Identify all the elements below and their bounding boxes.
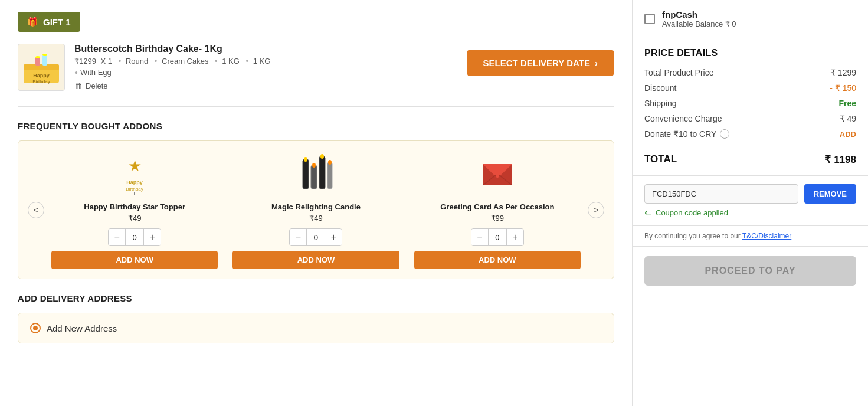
qty-minus-3[interactable]: −: [471, 229, 488, 245]
main-content: 🎁 GIFT 1 Happy Birthday Butterscotch B: [0, 0, 632, 406]
remove-coupon-button[interactable]: REMOVE: [804, 184, 856, 204]
price-row-discount: Discount - ₹ 150: [644, 83, 856, 93]
addon-item-3: Greeting Card As Per Occasion ₹99 − + AD…: [407, 150, 588, 269]
svg-point-6: [35, 56, 40, 58]
gift-icon: 🎁: [27, 17, 38, 27]
product-qty: X 1: [101, 57, 113, 66]
svg-text:Birthday: Birthday: [126, 186, 143, 192]
price-label-convenience: Convenience Charge: [644, 114, 722, 123]
qty-input-3[interactable]: [488, 229, 507, 245]
fnp-cash-checkbox[interactable]: [644, 14, 655, 24]
qty-plus-1[interactable]: +: [144, 229, 161, 245]
info-icon[interactable]: i: [720, 129, 729, 139]
addon-price-3: ₹99: [491, 214, 504, 222]
price-value-shipping: Free: [838, 99, 856, 108]
addons-section: FREQUENTLY BOUGHT ADDONS < ★ Happy Birth…: [18, 121, 614, 279]
donate-row: Donate ₹10 to CRY i ADD: [644, 129, 856, 139]
product-variant: ● With Egg: [74, 68, 457, 77]
add-address-box[interactable]: Add New Address: [18, 313, 614, 343]
select-delivery-button[interactable]: SELECT DELIVERY DATE ›: [467, 50, 614, 76]
chevron-right-icon: ›: [595, 58, 598, 68]
donate-add-button[interactable]: ADD: [840, 130, 856, 139]
fnp-cash-section: fnpCash Available Balance ₹ 0: [633, 0, 868, 38]
qty-minus-1[interactable]: −: [109, 229, 125, 245]
svg-rect-12: [303, 159, 309, 189]
dot3: •: [215, 57, 218, 66]
proceed-to-pay-button[interactable]: PROCEED TO PAY: [644, 256, 856, 286]
svg-point-7: [42, 54, 47, 56]
divider1: [18, 106, 614, 107]
add-now-button-3[interactable]: ADD NOW: [414, 251, 581, 269]
addon-image-1: ★ Happy Birthday: [111, 150, 158, 198]
svg-rect-1: [24, 64, 59, 70]
trash-icon: 🗑: [74, 81, 82, 90]
product-price: ₹1299: [74, 57, 96, 66]
product-info: Butterscotch Birthday Cake- 1Kg ₹1299 X …: [74, 44, 457, 90]
svg-point-17: [312, 163, 316, 168]
price-row-convenience: Convenience Charge ₹ 49: [644, 114, 856, 123]
radio-button[interactable]: [30, 323, 41, 333]
svg-text:★: ★: [128, 157, 142, 175]
check-icon: 🏷: [644, 208, 652, 217]
qty-control-3: − +: [471, 228, 524, 246]
price-row-product: Total Product Price ₹ 1299: [644, 68, 856, 77]
qty-minus-2[interactable]: −: [290, 229, 306, 245]
svg-point-19: [328, 160, 332, 165]
addon-next-button[interactable]: >: [588, 202, 604, 218]
tnc-link[interactable]: T&C/Disclaimer: [742, 232, 791, 240]
address-title: ADD DELIVERY ADDRESS: [18, 293, 614, 303]
add-now-button-2[interactable]: ADD NOW: [232, 251, 399, 269]
fnp-cash-info: fnpCash Available Balance ₹ 0: [662, 9, 736, 28]
delete-button[interactable]: 🗑 Delete: [74, 81, 108, 90]
price-value-product: ₹ 1299: [830, 68, 856, 77]
price-row-shipping: Shipping Free: [644, 99, 856, 108]
svg-rect-14: [319, 156, 325, 189]
add-now-button-1[interactable]: ADD NOW: [51, 251, 218, 269]
price-label-discount: Discount: [644, 83, 676, 93]
product-row: Happy Birthday Butterscotch Birthday Cak…: [18, 44, 614, 97]
price-details-title: PRICE DETAILS: [644, 48, 856, 58]
total-value: ₹ 1198: [824, 153, 856, 166]
addon-image-2: [292, 150, 339, 198]
product-meta: ₹1299 X 1 • Round • Cream Cakes • 1 KG •…: [74, 57, 457, 66]
dot2: •: [155, 57, 158, 66]
addon-name-2: Magic Relighting Candle: [271, 202, 361, 211]
product-category: Cream Cakes: [162, 57, 208, 66]
svg-text:Happy: Happy: [33, 73, 50, 78]
donate-label: Donate ₹10 to CRY i: [644, 129, 729, 139]
svg-rect-4: [35, 57, 40, 66]
fnp-cash-title: fnpCash: [662, 9, 736, 19]
envelope-svg: [480, 153, 515, 195]
addon-item-2: Magic Relighting Candle ₹49 − + ADD NOW: [225, 150, 407, 269]
product-image: Happy Birthday: [18, 44, 65, 91]
svg-rect-13: [311, 165, 317, 189]
product-name: Butterscotch Birthday Cake- 1Kg: [74, 44, 457, 54]
total-label: TOTAL: [644, 153, 677, 166]
addon-price-1: ₹49: [128, 214, 141, 222]
coupon-input[interactable]: [644, 184, 798, 204]
addons-wrapper: < ★ Happy Birthday Happy Birthday Star T…: [18, 140, 614, 279]
qty-plus-2[interactable]: +: [325, 229, 342, 245]
coupon-applied-message: 🏷 Coupon code applied: [644, 208, 856, 217]
tnc-section: By continuing you agree to our T&C/Discl…: [633, 226, 868, 247]
addon-prev-button[interactable]: <: [28, 202, 44, 218]
cake-svg: Happy Birthday: [21, 47, 62, 88]
svg-rect-15: [327, 162, 332, 189]
addons-list: ★ Happy Birthday Happy Birthday Star Top…: [44, 150, 588, 269]
price-value-discount: - ₹ 150: [830, 83, 856, 93]
qty-plus-3[interactable]: +: [507, 229, 523, 245]
svg-text:Happy: Happy: [126, 179, 143, 185]
addons-title: FREQUENTLY BOUGHT ADDONS: [18, 121, 614, 131]
addon-item-1: ★ Happy Birthday Happy Birthday Star Top…: [44, 150, 225, 269]
addon-image-3: [474, 150, 521, 198]
addon-name-1: Happy Birthday Star Topper: [84, 202, 185, 211]
svg-point-18: [320, 154, 324, 159]
qty-input-1[interactable]: [125, 229, 144, 245]
gift-label: GIFT 1: [43, 17, 71, 27]
dot4: •: [246, 57, 249, 66]
product-shape: Round: [126, 57, 148, 66]
total-row: TOTAL ₹ 1198: [644, 146, 856, 166]
qty-input-2[interactable]: [306, 229, 325, 245]
radio-inner: [33, 326, 38, 330]
svg-rect-5: [42, 55, 47, 66]
